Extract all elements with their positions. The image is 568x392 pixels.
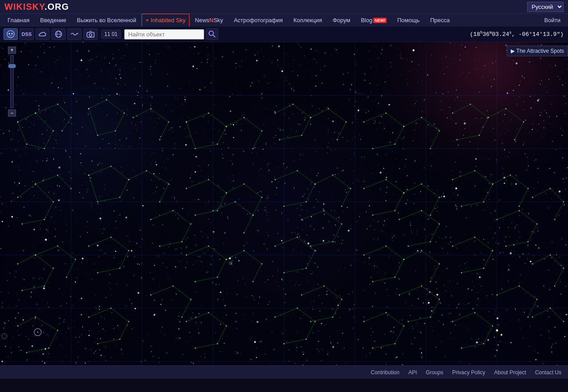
nav-bar: Главная Введение Выжить во Вселенной +In… (0, 13, 568, 27)
nav-home[interactable]: Главная (2, 14, 35, 27)
globe-icon (54, 30, 63, 39)
blog-new-badge: NEW! (373, 18, 387, 23)
star-map[interactable]: + − ▶ The Attractive Spots (0, 42, 568, 365)
footer-contribution[interactable]: Contribution (371, 369, 399, 376)
zoom-thumb[interactable] (8, 64, 16, 68)
tool-cloud[interactable] (36, 28, 50, 40)
nav-astrophoto[interactable]: Астрофотография (229, 14, 288, 27)
footer-contact[interactable]: Contact Us (535, 369, 561, 376)
svg-point-7 (89, 34, 92, 36)
svg-point-2 (11, 33, 13, 35)
tool-dss[interactable]: DSS (20, 28, 34, 40)
footer-about[interactable]: About Project (494, 369, 526, 376)
svg-point-0 (7, 31, 14, 38)
cloud-icon (38, 30, 47, 38)
nav-intro[interactable]: Введение (35, 14, 71, 27)
nav-collection[interactable]: Коллекция (288, 14, 327, 27)
attractive-spots-arrow-icon: ▶ (511, 48, 515, 54)
logo-wiki: WIKISKY.ORG (4, 2, 69, 12)
footer-api[interactable]: API (408, 369, 417, 376)
dss-label: DSS (22, 31, 32, 37)
star-canvas (0, 42, 568, 365)
logo-bar: WIKISKY.ORG Русский English Deutsch Fran… (0, 0, 568, 13)
tool-wave[interactable] (67, 28, 82, 40)
nav-login[interactable]: Войти (539, 14, 566, 27)
search-button[interactable] (206, 28, 218, 40)
toolbar: DSS 11 01 (18h36m03.24s, -06°14'13. (0, 27, 568, 42)
search-icon (209, 31, 216, 38)
nav-inhabited[interactable]: +Inhabited Sky (142, 14, 189, 27)
nav-blog[interactable]: Blog NEW! (355, 14, 392, 27)
zoom-in-button[interactable]: + (8, 47, 16, 54)
owl-icon (6, 30, 15, 39)
nav-newsnsky[interactable]: NewsNSky (189, 14, 229, 27)
footer: Contribution API Groups Privacy Policy A… (0, 365, 568, 379)
search-input[interactable] (124, 29, 204, 39)
tool-owl[interactable] (4, 28, 18, 40)
footer-groups[interactable]: Groups (426, 369, 443, 376)
camera-icon (86, 30, 95, 38)
nav-press[interactable]: Пресса (425, 14, 455, 27)
tool-camera[interactable] (83, 28, 98, 40)
nav-survive[interactable]: Выжить во Вселенной (71, 14, 142, 27)
nav-forum[interactable]: Форум (327, 14, 356, 27)
svg-line-9 (213, 35, 215, 37)
wave-icon (70, 30, 79, 38)
zoom-out-button[interactable]: − (8, 110, 16, 117)
attractive-spots-label: The Attractive Spots (517, 48, 564, 54)
tool-globe[interactable] (51, 28, 66, 40)
svg-point-8 (209, 31, 213, 35)
time-display: 11 01 (101, 30, 121, 39)
svg-point-1 (8, 33, 10, 35)
zoom-slider: + − (8, 47, 16, 117)
attractive-spots-button[interactable]: ▶ The Attractive Spots (507, 46, 568, 56)
coords-display: (18h36m03.24s, -06°14'13.9") (470, 31, 564, 38)
footer-privacy[interactable]: Privacy Policy (452, 369, 485, 376)
language-selector[interactable]: Русский English Deutsch Français Español (527, 2, 564, 12)
zoom-track[interactable] (10, 55, 14, 108)
nav-help[interactable]: Помощь (392, 14, 425, 27)
